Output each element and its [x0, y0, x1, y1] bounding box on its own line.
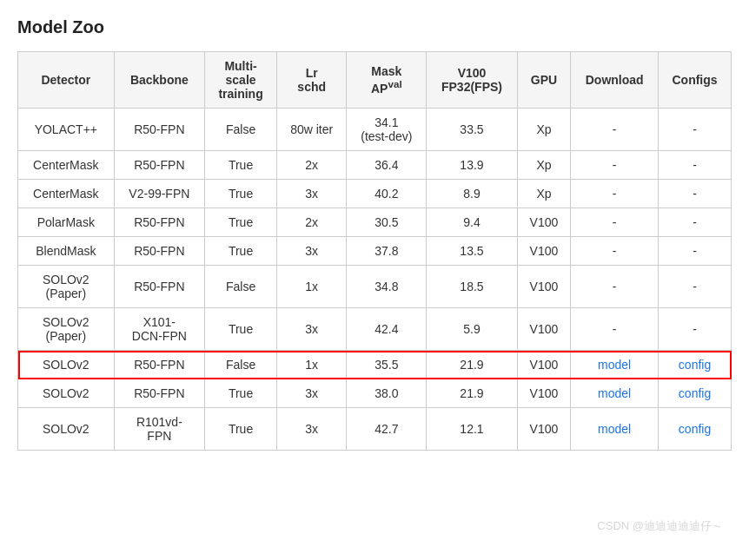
table-row: SOLOv2R50-FPNFalse1x35.521.9V100modelcon… [18, 351, 732, 379]
cell-backbone: R50-FPN [114, 109, 204, 151]
cell-maskap: 38.0 [347, 379, 427, 408]
cell-maskap: 37.8 [347, 237, 427, 266]
cell-backbone: V2-99-FPN [114, 180, 204, 208]
cell-configs[interactable]: config [659, 408, 732, 451]
table-row: SOLOv2R101vd-FPNTrue3x42.712.1V100modelc… [18, 408, 732, 451]
cell-v100fps: 9.4 [427, 208, 517, 237]
cell-v100fps: 13.5 [427, 237, 517, 266]
cell-maskap: 34.8 [347, 266, 427, 308]
cell-gpu: V100 [517, 351, 571, 379]
cell-configs: - [659, 237, 732, 266]
cell-gpu: V100 [517, 408, 571, 451]
cell-detector: CenterMask [18, 180, 115, 208]
header-configs: Configs [659, 52, 732, 109]
cell-maskap: 42.4 [347, 308, 427, 351]
cell-multiscale: True [205, 208, 277, 237]
cell-multiscale: True [205, 180, 277, 208]
table-row: SOLOv2(Paper)R50-FPNFalse1x34.818.5V100-… [18, 266, 732, 308]
cell-download: - [571, 237, 659, 266]
cell-configs: - [659, 308, 732, 351]
cell-backbone: R50-FPN [114, 208, 204, 237]
cell-multiscale: True [205, 151, 277, 180]
cell-maskap: 40.2 [347, 180, 427, 208]
cell-configs: - [659, 151, 732, 180]
cell-configs[interactable]: config [659, 351, 732, 379]
table-header-row: Detector Backbone Multi-scaletraining Lr… [18, 52, 732, 109]
table-row: BlendMaskR50-FPNTrue3x37.813.5V100-- [18, 237, 732, 266]
cell-download: - [571, 266, 659, 308]
cell-download: - [571, 151, 659, 180]
cell-configs: - [659, 109, 732, 151]
table-row: YOLACT++R50-FPNFalse80w iter34.1(test-de… [18, 109, 732, 151]
cell-v100fps: 21.9 [427, 351, 517, 379]
header-download: Download [571, 52, 659, 109]
cell-configs[interactable]: config [659, 379, 732, 408]
cell-configs: - [659, 208, 732, 237]
cell-detector: BlendMask [18, 237, 115, 266]
cell-lrschd: 3x [277, 379, 347, 408]
table-row: SOLOv2(Paper)X101-DCN-FPNTrue3x42.45.9V1… [18, 308, 732, 351]
cell-gpu: V100 [517, 208, 571, 237]
cell-detector: PolarMask [18, 208, 115, 237]
cell-lrschd: 80w iter [277, 109, 347, 151]
cell-lrschd: 3x [277, 408, 347, 451]
cell-gpu: Xp [517, 151, 571, 180]
cell-download: - [571, 208, 659, 237]
cell-detector: SOLOv2(Paper) [18, 308, 115, 351]
header-lrschd: Lrschd [277, 52, 347, 109]
cell-download[interactable]: model [571, 408, 659, 451]
cell-multiscale: False [205, 109, 277, 151]
cell-v100fps: 21.9 [427, 379, 517, 408]
cell-v100fps: 13.9 [427, 151, 517, 180]
header-v100fps: V100FP32(FPS) [427, 52, 517, 109]
cell-v100fps: 8.9 [427, 180, 517, 208]
cell-lrschd: 2x [277, 208, 347, 237]
cell-backbone: R50-FPN [114, 379, 204, 408]
cell-download[interactable]: model [571, 379, 659, 408]
cell-backbone: R50-FPN [114, 151, 204, 180]
cell-download: - [571, 109, 659, 151]
cell-backbone: R50-FPN [114, 351, 204, 379]
cell-download: - [571, 180, 659, 208]
cell-backbone: R101vd-FPN [114, 408, 204, 451]
cell-v100fps: 18.5 [427, 266, 517, 308]
cell-maskap: 34.1(test-dev) [347, 109, 427, 151]
cell-gpu: V100 [517, 308, 571, 351]
header-maskap: MaskAPval [347, 52, 427, 109]
cell-configs: - [659, 180, 732, 208]
page-title: Model Zoo [17, 17, 732, 37]
cell-download[interactable]: model [571, 351, 659, 379]
cell-v100fps: 12.1 [427, 408, 517, 451]
cell-maskap: 36.4 [347, 151, 427, 180]
cell-download: - [571, 308, 659, 351]
cell-lrschd: 3x [277, 308, 347, 351]
cell-detector: SOLOv2 [18, 408, 115, 451]
table-row: CenterMaskR50-FPNTrue2x36.413.9Xp-- [18, 151, 732, 180]
model-zoo-table: Detector Backbone Multi-scaletraining Lr… [17, 51, 732, 451]
cell-lrschd: 3x [277, 180, 347, 208]
cell-configs: - [659, 266, 732, 308]
table-row: SOLOv2R50-FPNTrue3x38.021.9V100modelconf… [18, 379, 732, 408]
cell-gpu: V100 [517, 237, 571, 266]
cell-gpu: Xp [517, 180, 571, 208]
cell-backbone: R50-FPN [114, 266, 204, 308]
cell-lrschd: 1x [277, 351, 347, 379]
cell-detector: YOLACT++ [18, 109, 115, 151]
cell-maskap: 42.7 [347, 408, 427, 451]
cell-multiscale: True [205, 379, 277, 408]
header-backbone: Backbone [114, 52, 204, 109]
cell-multiscale: False [205, 351, 277, 379]
cell-maskap: 30.5 [347, 208, 427, 237]
cell-backbone: R50-FPN [114, 237, 204, 266]
cell-lrschd: 2x [277, 151, 347, 180]
cell-multiscale: True [205, 308, 277, 351]
cell-detector: SOLOv2(Paper) [18, 266, 115, 308]
cell-multiscale: False [205, 266, 277, 308]
cell-backbone: X101-DCN-FPN [114, 308, 204, 351]
cell-v100fps: 33.5 [427, 109, 517, 151]
cell-lrschd: 1x [277, 266, 347, 308]
table-row: PolarMaskR50-FPNTrue2x30.59.4V100-- [18, 208, 732, 237]
cell-v100fps: 5.9 [427, 308, 517, 351]
cell-multiscale: True [205, 408, 277, 451]
cell-gpu: V100 [517, 266, 571, 308]
